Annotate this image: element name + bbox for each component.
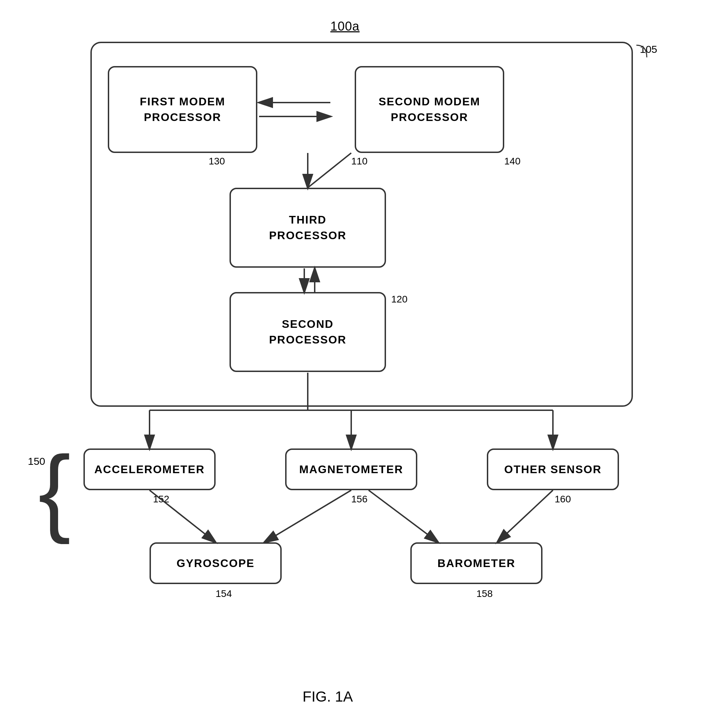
box-first-modem: FIRST MODEM PROCESSOR [108,66,257,153]
label-152: 152 [153,494,169,505]
accelerometer-label: ACCELEROMETER [94,462,205,477]
svg-line-18 [497,490,553,542]
svg-line-16 [264,490,351,542]
label-160: 160 [555,494,571,505]
box-second-processor: SECOND PROCESSOR [230,292,386,372]
box-second-modem: SECOND MODEM PROCESSOR [355,66,504,153]
second-processor-label: SECOND PROCESSOR [269,317,346,348]
label-140: 140 [504,156,520,167]
figure-caption: FIG. 1A [303,688,353,705]
barometer-label: BAROMETER [438,555,515,571]
box-other-sensor: OTHER SENSOR [487,448,619,490]
label-158: 158 [476,588,493,600]
label-120: 120 [391,294,407,305]
diagram: 100a 105 FIRST MODEM PROCESSOR 130 SECON… [0,0,724,728]
svg-line-17 [369,490,438,542]
second-modem-label: SECOND MODEM PROCESSOR [379,94,480,125]
box-barometer: BAROMETER [410,542,542,584]
gyroscope-label: GYROSCOPE [177,555,254,571]
label-130: 130 [209,156,225,167]
brace-150-icon: { [38,442,71,539]
box-gyroscope: GYROSCOPE [150,542,282,584]
other-sensor-label: OTHER SENSOR [504,462,602,477]
figure-number-top: 100a [331,19,360,34]
label-156: 156 [351,494,367,505]
label-110: 110 [351,156,367,167]
box-accelerometer: ACCELEROMETER [83,448,216,490]
box-magnetometer: MAGNETOMETER [285,448,417,490]
magnetometer-label: MAGNETOMETER [299,462,403,477]
label-154: 154 [216,588,232,600]
third-processor-label: THIRD PROCESSOR [269,212,346,243]
box-third-processor: THIRD PROCESSOR [230,188,386,268]
label-105: 105 [640,43,657,55]
first-modem-label: FIRST MODEM PROCESSOR [140,94,225,125]
